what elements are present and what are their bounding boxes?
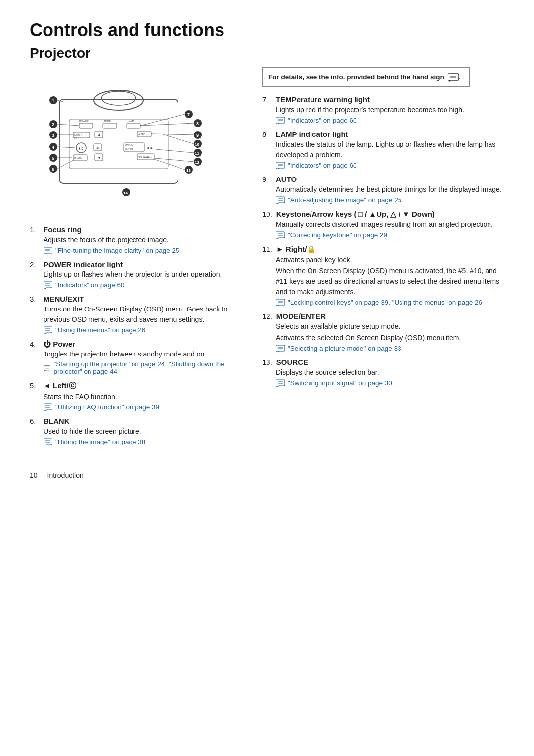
svg-text:POWER: POWER [79,120,89,123]
svg-text:7: 7 [187,112,190,117]
item-1: 1. Focus ring Adjusts the focus of the p… [30,225,242,254]
svg-text:13: 13 [186,168,191,173]
svg-text:▲: ▲ [97,133,101,137]
item-9-link[interactable]: "Auto-adjusting the image" on page 25 [276,196,504,204]
item-7: 7. TEMPerature warning light Lights up r… [262,95,504,124]
svg-text:BLANK: BLANK [74,157,83,160]
svg-line-62 [57,147,75,148]
item-3-link[interactable]: "Using the menus" on page 26 [44,326,242,334]
svg-line-71 [154,159,185,170]
svg-text:EXIT: EXIT [74,137,79,139]
note-icon [276,379,285,387]
svg-rect-5 [103,123,117,128]
footer-label: Introduction [47,471,84,479]
svg-rect-0 [59,99,178,183]
svg-text:6: 6 [52,167,54,172]
item-13: 13. SOURCE Displays the source selection… [262,358,504,387]
item-8: 8. LAMP indicator light Indicates the st… [262,130,504,169]
svg-line-60 [57,124,79,126]
item-9: 9. AUTO Automatically determines the bes… [262,175,504,204]
svg-text:◄►: ◄► [146,146,154,150]
item-4-link[interactable]: "Starting up the projector" on page 24, … [44,360,242,375]
note-icon [44,281,52,289]
item-13-link[interactable]: "Switching input signal" on page 30 [276,379,504,387]
item-8-link[interactable]: "Indicators" on page 60 [276,161,504,169]
svg-text:11: 11 [195,151,199,156]
item-1-link[interactable]: "Fine-tuning the image clarity" on page … [44,246,242,254]
note-icon [276,116,285,124]
svg-text:MODE/: MODE/ [125,144,133,147]
info-box: For details, see the info. provided behi… [262,67,470,87]
svg-point-1 [94,90,143,110]
item-12-link[interactable]: "Selecting a picture mode" on page 33 [276,344,504,352]
note-icon [44,364,50,372]
note-icon [44,438,52,445]
item-2-link[interactable]: "Indicators" on page 60 [44,281,242,289]
item-5: 5. ◄ Left/ⓒ Starts the FAQ function. "Ut… [30,381,242,411]
svg-text:ENTER: ENTER [125,148,133,151]
note-icon [276,298,285,306]
note-icon [276,161,285,169]
svg-rect-4 [79,123,93,128]
svg-text:12: 12 [195,160,199,165]
item-10: 10. Keystone/Arrow keys ( □ / ▲Up, △ / ▼… [262,210,504,239]
item-12: 12. MODE/ENTER Selects an available pict… [262,312,504,352]
note-icon [276,196,285,204]
svg-text:TEMP: TEMP [104,120,111,123]
note-icon [276,344,285,352]
svg-text:SOURCE: SOURCE [138,156,149,159]
svg-text:2: 2 [52,122,54,127]
item-5-link[interactable]: "Utilizing FAQ function" on page 39 [44,403,242,411]
svg-text:1: 1 [52,98,54,103]
svg-text:◄: ◄ [95,146,99,150]
page-title: Controls and functions [30,20,504,41]
item-6-link[interactable]: "Hiding the image" on page 38 [44,438,242,445]
right-column: For details, see the info. provided behi… [262,67,504,393]
note-icon [44,403,52,411]
svg-text:10: 10 [195,142,199,147]
item-4: 4. ⏻ Power Toggles the projector between… [30,340,242,375]
svg-point-2 [101,91,136,105]
svg-text:▼: ▼ [97,156,101,160]
left-column: POWER TEMP LAMP MENU/ EXIT ▲ AUTO ⏻ ◄ [30,67,242,451]
projector-diagram: POWER TEMP LAMP MENU/ EXIT ▲ AUTO ⏻ ◄ [30,67,218,216]
footer-page-num: 10 [30,471,38,479]
svg-text:4: 4 [52,145,54,150]
svg-text:⏻: ⏻ [79,146,84,151]
note-icon [276,231,285,239]
item-3: 3. MENU/EXIT Turns on the On-Screen Disp… [30,295,242,334]
note-icon [44,246,52,254]
svg-text:8: 8 [196,121,199,126]
svg-rect-6 [127,123,140,128]
note-icon [44,326,52,334]
item-6: 6. BLANK Used to hide the screen picture… [30,417,242,445]
svg-text:LAMP: LAMP [128,120,134,123]
svg-line-67 [151,134,194,135]
item-11-link[interactable]: "Locking control keys" on page 39, "Usin… [276,298,504,306]
svg-line-69 [156,149,194,153]
section-title: Projector [30,45,504,61]
svg-text:3: 3 [52,133,54,138]
svg-text:5: 5 [52,156,54,161]
item-11: 11. ► Right/🔒 Activates panel key lock. … [262,245,504,306]
svg-text:14: 14 [123,191,128,195]
item-2: 2. POWER indicator light Lights up or fl… [30,260,242,289]
page-footer: 10 Introduction [30,471,504,479]
svg-text:AUTO: AUTO [138,133,145,136]
svg-text:9: 9 [196,133,199,138]
item-7-link[interactable]: "Indicators" on page 60 [276,116,504,124]
item-10-link[interactable]: "Correcting keystone" on page 29 [276,231,504,239]
